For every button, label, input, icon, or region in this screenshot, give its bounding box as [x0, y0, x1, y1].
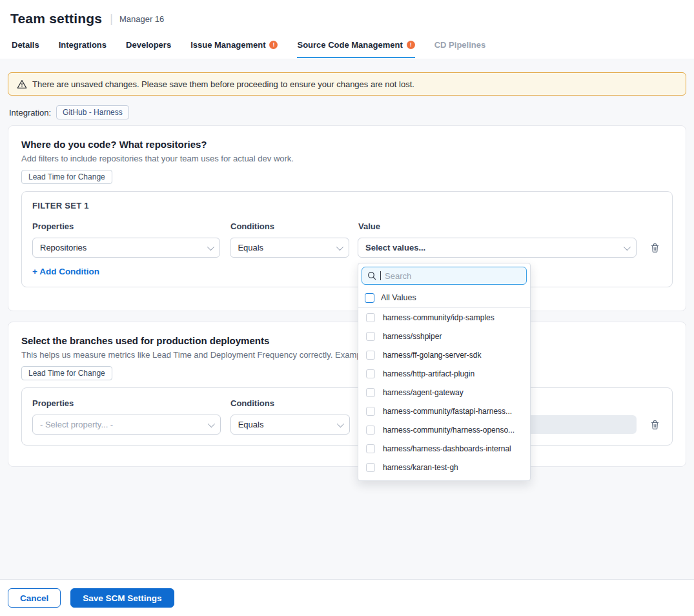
filter-set-title: FILTER SET 1: [32, 201, 662, 210]
search-placeholder: Search: [385, 271, 411, 281]
option-checkbox[interactable]: [366, 351, 375, 360]
trash-icon: [649, 419, 660, 431]
tab-bar: Details Integrations Developers Issue Ma…: [0, 37, 694, 59]
value-select[interactable]: Select values...: [358, 238, 637, 258]
chevron-down-icon: [207, 243, 214, 250]
tab-integrations[interactable]: Integrations: [59, 37, 107, 58]
filter-set-1: FILTER SET 1 Properties Conditions Value…: [21, 191, 673, 287]
option-checkbox[interactable]: [366, 313, 375, 322]
warning-badge-icon: !: [269, 41, 278, 49]
value-column-label: Value: [358, 221, 637, 231]
team-name: Manager 16: [119, 14, 164, 24]
tab-cd-pipelines: CD Pipelines: [434, 37, 485, 58]
tab-source-code-management[interactable]: Source Code Management !: [297, 37, 414, 58]
dropdown-option[interactable]: harness/sshpiper: [358, 327, 530, 345]
integration-label: Integration:: [9, 108, 51, 118]
conditions-column-label: Conditions: [230, 398, 358, 408]
dropdown-option[interactable]: harness/ff-golang-server-sdk: [358, 345, 530, 364]
save-scm-settings-button[interactable]: Save SCM Settings: [70, 588, 174, 608]
dropdown-option[interactable]: harness-community/idp-samples: [358, 308, 530, 327]
option-checkbox[interactable]: [366, 332, 375, 341]
option-checkbox[interactable]: [366, 407, 375, 416]
lead-time-chip: Lead Time for Change: [21, 170, 112, 184]
dropdown-options-list: harness-community/idp-samples harness/ss…: [358, 308, 530, 481]
page-title: Team settings: [10, 11, 102, 26]
option-checkbox[interactable]: [366, 444, 375, 453]
value-dropdown-panel: Search All Values harn: [358, 263, 531, 481]
properties-column-label: Properties: [32, 398, 230, 408]
branch-filter-set: Properties Conditions - Select property.…: [21, 387, 673, 446]
cancel-button[interactable]: Cancel: [8, 588, 61, 608]
warning-triangle-icon: [17, 79, 27, 89]
footer-bar: Cancel Save SCM Settings: [0, 579, 694, 616]
text-cursor: [380, 271, 381, 280]
title-divider: |: [110, 12, 113, 26]
branches-card: Select the branches used for production …: [8, 322, 686, 467]
condition-select[interactable]: Equals: [230, 238, 349, 258]
branches-card-subtitle: This helps us measure metrics like Lead …: [21, 350, 673, 360]
search-icon: [367, 271, 376, 280]
filter-row: - Select property... - Equals: [32, 415, 662, 435]
condition-select[interactable]: Equals: [230, 415, 350, 435]
integration-chip[interactable]: GitHub - Harness: [56, 105, 129, 119]
repositories-card: Where do you code? What repositories? Ad…: [8, 125, 686, 311]
integration-row: Integration: GitHub - Harness: [9, 105, 686, 119]
dropdown-option[interactable]: harness-community/harness-openso...: [358, 420, 530, 439]
filter-row: Repositories Equals Select values...: [32, 238, 662, 258]
chevron-down-icon: [336, 243, 343, 250]
delete-filter-button[interactable]: [648, 241, 662, 255]
dropdown-option[interactable]: harness/http-artifact-plugin: [358, 364, 530, 383]
lead-time-chip: Lead Time for Change: [21, 366, 112, 380]
dropdown-option[interactable]: harness/agent-gateway: [358, 383, 530, 402]
tab-issue-management[interactable]: Issue Management !: [190, 37, 278, 58]
main-content: There are unsaved changes. Please save t…: [0, 60, 694, 579]
repositories-card-subtitle: Add filters to include repositories that…: [21, 154, 673, 163]
add-condition-button[interactable]: + Add Condition: [32, 267, 99, 276]
chevron-down-icon: [624, 243, 631, 250]
repositories-card-title: Where do you code? What repositories?: [21, 139, 673, 150]
all-values-checkbox[interactable]: [365, 293, 374, 303]
property-select[interactable]: Repositories: [32, 238, 220, 258]
branches-card-title: Select the branches used for production …: [21, 335, 673, 346]
filter-column-headers: Properties Conditions Value: [32, 221, 662, 231]
option-checkbox[interactable]: [366, 388, 375, 397]
dropdown-search-input[interactable]: Search: [362, 267, 527, 285]
tab-details[interactable]: Details: [12, 37, 39, 58]
option-checkbox[interactable]: [366, 369, 375, 378]
filter-column-headers: Properties Conditions: [32, 398, 662, 408]
warning-badge-icon: !: [407, 41, 415, 49]
chevron-down-icon: [336, 420, 343, 427]
banner-text: There are unsaved changes. Please save t…: [32, 79, 414, 89]
chevron-down-icon: [207, 420, 214, 427]
value-select-wrapper: Select values... Sea: [358, 238, 637, 258]
all-values-option[interactable]: All Values: [358, 288, 530, 308]
unsaved-changes-banner: There are unsaved changes. Please save t…: [8, 72, 686, 96]
properties-column-label: Properties: [32, 221, 230, 231]
option-checkbox[interactable]: [366, 426, 375, 435]
conditions-column-label: Conditions: [230, 221, 358, 231]
dropdown-option[interactable]: harness-community/fastapi-harness...: [358, 402, 530, 420]
property-select[interactable]: - Select property... -: [32, 415, 221, 435]
dropdown-option[interactable]: harness/karan-test-gh: [358, 458, 530, 477]
tab-developers[interactable]: Developers: [126, 37, 171, 58]
dropdown-option[interactable]: harness/harness-dashboards-internal: [358, 439, 530, 458]
dropdown-option[interactable]: harness/...: [358, 477, 530, 481]
trash-icon: [649, 242, 660, 254]
delete-filter-button[interactable]: [648, 418, 662, 432]
page-header: Team settings | Manager 16: [0, 0, 694, 37]
option-checkbox[interactable]: [366, 463, 375, 472]
